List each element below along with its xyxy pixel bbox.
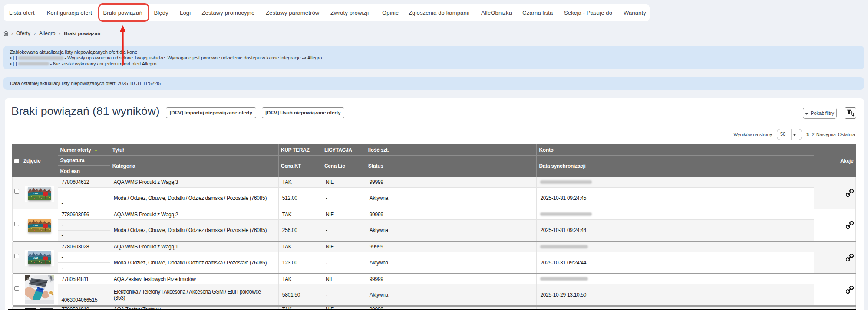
svg-text:Lidl: Lidl	[33, 256, 38, 259]
svg-text:Lidl: Lidl	[33, 224, 38, 227]
svg-text:Lidl: Lidl	[33, 192, 38, 195]
